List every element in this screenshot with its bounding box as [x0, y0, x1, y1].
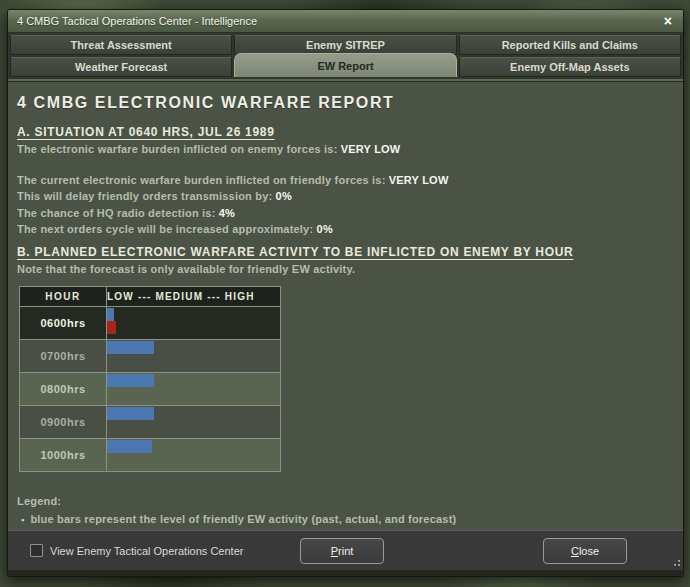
action-bar: View Enemy Tactical Operations Center Pr…	[8, 530, 683, 570]
bar-cell	[107, 406, 281, 439]
bar-cell	[107, 373, 281, 406]
hour-label: 1000hrs	[20, 439, 107, 472]
close-icon[interactable]: ×	[662, 14, 674, 28]
close-button[interactable]: Close	[543, 538, 627, 564]
title-bar: 4 CMBG Tactical Operations Center - Inte…	[8, 10, 683, 33]
line-text: The chance of HQ radio detection is:	[17, 207, 216, 219]
hour-column-header: HOUR	[20, 287, 107, 307]
table-row: 0800hrs	[20, 373, 281, 406]
table-row: 1000hrs	[20, 439, 281, 472]
report-line: The electronic warfare burden inflicted …	[17, 143, 671, 155]
tab-row-1: Threat Assessment Enemy SITREP Reported …	[10, 35, 681, 55]
tab-ew-report[interactable]: EW Report	[234, 53, 456, 77]
tab-enemy-sitrep[interactable]: Enemy SITREP	[234, 35, 456, 55]
tab-row-2: Weather Forecast EW Report Enemy Off-Map…	[10, 57, 681, 77]
tab-bar: Threat Assessment Enemy SITREP Reported …	[8, 33, 683, 79]
line-text: The electronic warfare burden inflicted …	[17, 143, 338, 155]
line-value: VERY LOW	[341, 143, 401, 155]
resize-grip[interactable]	[670, 556, 680, 566]
intelligence-window: 4 CMBG Tactical Operations Center - Inte…	[7, 9, 684, 577]
section-b-heading: B. PLANNED ELECTRONIC WARFARE ACTIVITY T…	[17, 245, 671, 259]
bar-cell	[107, 307, 281, 340]
line-value: 0%	[276, 190, 292, 202]
window-bottom-frame	[8, 570, 683, 576]
spacer	[17, 160, 671, 174]
view-enemy-toc-checkbox-group[interactable]: View Enemy Tactical Operations Center	[30, 544, 243, 557]
print-label-rest: rint	[338, 545, 353, 557]
table-row: 0900hrs	[20, 406, 281, 439]
section-b-note: Note that the forecast is only available…	[17, 263, 671, 275]
legend-title: Legend:	[17, 495, 671, 507]
checkbox-unchecked-icon[interactable]	[30, 544, 43, 557]
tab-threat-assessment[interactable]: Threat Assessment	[10, 35, 232, 55]
tab-enemy-off-map-assets[interactable]: Enemy Off-Map Assets	[459, 57, 681, 77]
report-line: The chance of HQ radio detection is: 4%	[17, 207, 671, 219]
line-value: VERY LOW	[389, 174, 449, 186]
close-mnemonic: C	[571, 545, 579, 557]
tab-weather-forecast[interactable]: Weather Forecast	[10, 57, 232, 77]
hour-label: 0900hrs	[20, 406, 107, 439]
section-a-heading: A. SITUATION AT 0640 HRS, JUL 26 1989	[17, 125, 671, 139]
bar-cell	[107, 439, 281, 472]
ew-activity-table: HOUR LOW --- MEDIUM --- HIGH 0600hrs 070…	[19, 286, 281, 472]
hostile-ew-bar	[107, 321, 116, 334]
hour-label: 0600hrs	[20, 307, 107, 340]
bullet-icon: ▪	[21, 515, 24, 525]
report-line: The next orders cycle will be increased …	[17, 223, 671, 235]
friendly-ew-bar	[107, 341, 154, 354]
friendly-ew-bar	[107, 308, 114, 321]
line-text: The next orders cycle will be increased …	[17, 223, 313, 235]
report-line: This will delay friendly orders transmis…	[17, 190, 671, 202]
friendly-ew-bar	[107, 440, 152, 453]
table-row: 0600hrs	[20, 307, 281, 340]
legend-text: blue bars represent the level of friendl…	[30, 513, 456, 525]
print-mnemonic: P	[331, 545, 338, 557]
ew-report-panel: 4 CMBG ELECTRONIC WARFARE REPORT A. SITU…	[8, 82, 683, 530]
line-text: This will delay friendly orders transmis…	[17, 190, 272, 202]
friendly-ew-bar	[107, 407, 154, 420]
checkbox-label: View Enemy Tactical Operations Center	[50, 545, 243, 557]
line-value: 4%	[219, 207, 235, 219]
hour-label: 0700hrs	[20, 340, 107, 373]
report-line: The current electronic warfare burden in…	[17, 174, 671, 186]
legend: Legend: ▪ blue bars represent the level …	[17, 495, 671, 530]
close-label-rest: lose	[579, 545, 599, 557]
friendly-ew-bar	[107, 374, 154, 387]
line-text: The current electronic warfare burden in…	[17, 174, 386, 186]
tab-reported-kills-and-claims[interactable]: Reported Kills and Claims	[459, 35, 681, 55]
table-row: 0700hrs	[20, 340, 281, 373]
print-button[interactable]: Print	[300, 538, 384, 564]
legend-item: ▪ blue bars represent the level of frien…	[17, 513, 671, 525]
line-value: 0%	[317, 223, 333, 235]
report-title: 4 CMBG ELECTRONIC WARFARE REPORT	[17, 94, 671, 112]
window-title: 4 CMBG Tactical Operations Center - Inte…	[17, 15, 662, 27]
hour-label: 0800hrs	[20, 373, 107, 406]
bar-cell	[107, 340, 281, 373]
scale-column-header: LOW --- MEDIUM --- HIGH	[107, 287, 281, 307]
table-header-row: HOUR LOW --- MEDIUM --- HIGH	[20, 287, 281, 307]
